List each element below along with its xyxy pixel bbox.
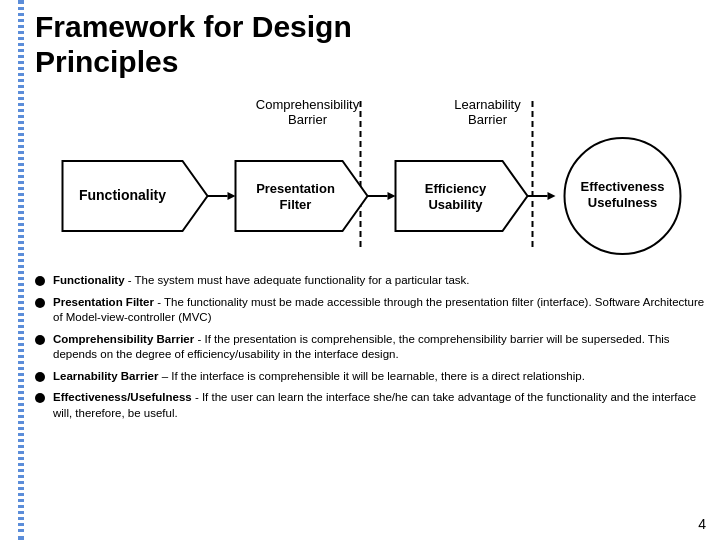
bullet-functionality: Functionality - The system must have ade… (35, 273, 710, 289)
bullet-learnability: Learnability Barrier – If the interface … (35, 369, 710, 385)
page-title: Framework for Design Principles (35, 10, 710, 79)
bullets-section: Functionality - The system must have ade… (35, 273, 710, 421)
left-border-decoration (18, 0, 24, 540)
svg-text:Usability: Usability (428, 197, 483, 212)
page-number: 4 (698, 516, 706, 532)
framework-diagram: Comprehensibility Barrier Learnability B… (35, 91, 710, 266)
bullet-text-1: Functionality - The system must have ade… (53, 273, 710, 289)
svg-text:Barrier: Barrier (288, 112, 328, 127)
bullet-dot-3 (35, 335, 45, 345)
bullet-text-5: Effectiveness/Usefulness - If the user c… (53, 390, 710, 421)
svg-marker-10 (236, 161, 368, 231)
svg-marker-14 (388, 192, 396, 200)
svg-text:Presentation: Presentation (256, 181, 335, 196)
bullet-presentation: Presentation Filter - The functionality … (35, 295, 710, 326)
bullet-comprehensibility: Comprehensibility Barrier - If the prese… (35, 332, 710, 363)
svg-marker-9 (228, 192, 236, 200)
bullet-text-2: Presentation Filter - The functionality … (53, 295, 710, 326)
bullet-text-4: Learnability Barrier – If the interface … (53, 369, 710, 385)
main-content: Framework for Design Principles Comprehe… (35, 10, 710, 530)
bullet-dot-5 (35, 393, 45, 403)
svg-text:Functionality: Functionality (79, 187, 166, 203)
svg-text:Effectiveness: Effectiveness (581, 179, 665, 194)
svg-text:Comprehensibility: Comprehensibility (256, 97, 360, 112)
svg-text:Learnability: Learnability (454, 97, 521, 112)
svg-marker-15 (396, 161, 528, 231)
bullet-effectiveness: Effectiveness/Usefulness - If the user c… (35, 390, 710, 421)
bullet-text-3: Comprehensibility Barrier - If the prese… (53, 332, 710, 363)
bullet-dot-1 (35, 276, 45, 286)
svg-text:Barrier: Barrier (468, 112, 508, 127)
svg-text:Efficiency: Efficiency (425, 181, 487, 196)
svg-text:Filter: Filter (280, 197, 312, 212)
bullet-dot-4 (35, 372, 45, 382)
bullet-dot-2 (35, 298, 45, 308)
svg-text:Usefulness: Usefulness (588, 195, 657, 210)
svg-marker-19 (548, 192, 556, 200)
